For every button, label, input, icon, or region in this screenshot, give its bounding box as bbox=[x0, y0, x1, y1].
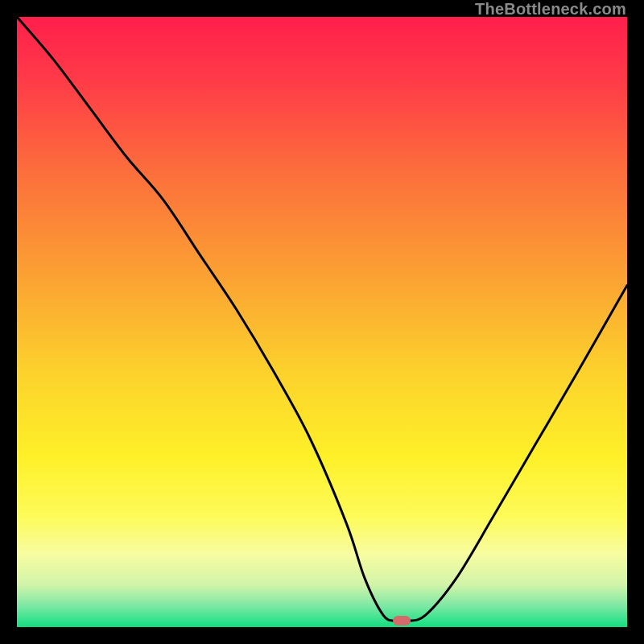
plot-area bbox=[17, 17, 627, 627]
chart-frame: TheBottleneck.com bbox=[0, 0, 644, 644]
optimum-marker bbox=[393, 616, 411, 625]
watermark-text: TheBottleneck.com bbox=[475, 0, 626, 19]
bottleneck-curve bbox=[17, 17, 627, 627]
